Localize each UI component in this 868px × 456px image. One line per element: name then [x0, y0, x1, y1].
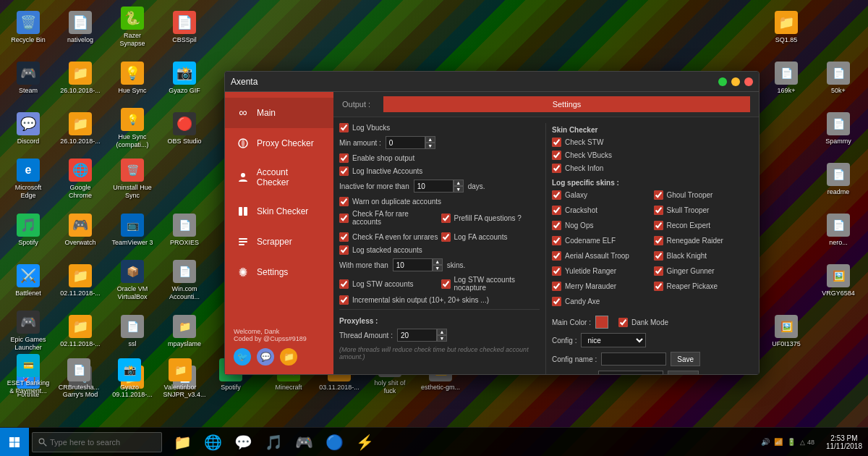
desktop-icon-nero[interactable]: 📄 nero...: [814, 206, 863, 253]
desktop-icon-proxies[interactable]: 📄 PROXIES: [160, 206, 209, 253]
dark-mode-checkbox[interactable]: [618, 318, 628, 327]
taskbar-app-fileexplorer[interactable]: 📁: [168, 428, 197, 457]
skin-galaxy-checkbox[interactable]: [552, 190, 561, 200]
color-swatch[interactable]: [595, 316, 608, 329]
desktop-icon-folder4[interactable]: 📁 02.11.2018-...: [56, 308, 105, 355]
desktop-icon-gyazo2[interactable]: 📸 Gyazo: [105, 351, 154, 398]
log-stw-nocapture-checkbox[interactable]: [441, 279, 451, 289]
desktop-icon-eset[interactable]: 💳 ESET Banking & Payment...: [4, 351, 53, 398]
check-fa-unrare-checkbox[interactable]: [339, 232, 349, 242]
desktop-icon-mpayslame[interactable]: 📁 mpayslame: [160, 308, 209, 355]
desktop-icon-discord[interactable]: 💬 Discord: [4, 105, 53, 152]
taskbar-app-misc1[interactable]: 🔵: [320, 428, 349, 457]
sidebar-item-skin[interactable]: Skin Checker: [225, 196, 333, 227]
skin-ghoul-trooper-checkbox[interactable]: [654, 190, 663, 200]
desktop-icon-uninstall[interactable]: 🗑️ Uninstall Hue Sync: [108, 156, 157, 203]
desktop-icon-epic[interactable]: 🎮 Epic Games Launcher: [4, 308, 53, 355]
sidebar-item-settings[interactable]: Settings: [225, 257, 333, 287]
min-amount-down[interactable]: ▼: [425, 143, 435, 149]
log-vbucks-checkbox[interactable]: [339, 123, 349, 132]
desktop-icon-ufoi[interactable]: 🖼️ UF0I1375: [762, 308, 811, 355]
desktop-icon-teamviewer[interactable]: 📺 TeamViewer 3: [108, 206, 157, 253]
taskbar-app-chrome[interactable]: 🌐: [198, 428, 227, 457]
desktop-icon-obs[interactable]: 🔴 OBS Studio: [160, 105, 209, 152]
skin-skull-trooper-checkbox[interactable]: [654, 206, 663, 215]
start-config-select[interactable]: [598, 371, 663, 374]
taskbar-app-misc2[interactable]: ⚡: [350, 428, 379, 457]
desktop-icon-ssl[interactable]: 📄 ssl: [108, 308, 157, 355]
desktop-icon-wincom[interactable]: 📄 Win.com Accounti...: [160, 257, 209, 304]
log-stw-checkbox[interactable]: [339, 279, 349, 289]
twitter-button[interactable]: 🐦: [234, 348, 251, 366]
check-vbucks-checkbox[interactable]: [552, 151, 561, 160]
taskbar-search-box[interactable]: [32, 432, 162, 452]
desktop-icon-spammy[interactable]: 📄 Spammy: [814, 105, 863, 152]
skin-merry-marauder-checkbox[interactable]: [552, 282, 561, 291]
warn-duplicate-checkbox[interactable]: [339, 197, 349, 206]
log-stacked-checkbox[interactable]: [339, 245, 349, 255]
desktop-icon-razer[interactable]: 🐍 Razer Synapse: [108, 4, 157, 51]
skin-codename-elf-checkbox[interactable]: [552, 236, 561, 245]
min-amount-up[interactable]: ▲: [425, 136, 435, 143]
desktop-icon-huesync[interactable]: 💡 Hue Sync: [108, 54, 157, 101]
check-fa-rare-checkbox[interactable]: [339, 214, 349, 223]
log-fa-checkbox[interactable]: [441, 232, 451, 242]
desktop-icon-nativelog[interactable]: 📄 nativelog: [56, 4, 105, 51]
skin-reaper-pickaxe-checkbox[interactable]: [654, 282, 663, 291]
desktop-icon-spotify[interactable]: 🎵 Spotify: [4, 206, 53, 253]
more-than-down[interactable]: ▼: [433, 265, 443, 271]
skin-nog-ops-checkbox[interactable]: [552, 221, 561, 230]
desktop-icon-chrome[interactable]: 🌐 Google Chrome: [56, 156, 105, 203]
close-button[interactable]: [744, 77, 753, 86]
taskbar-app-steam[interactable]: 🎮: [289, 428, 318, 457]
settings-button[interactable]: Settings: [383, 96, 750, 112]
save-config-button[interactable]: Save: [671, 352, 700, 366]
search-input[interactable]: [50, 438, 156, 447]
desktop-icon-battlenet[interactable]: ⚔️ Battlenet: [4, 257, 53, 304]
desktop-icon-folder2[interactable]: 📁 26.10.2018-...: [56, 105, 105, 152]
inactive-days-up[interactable]: ▲: [454, 180, 464, 186]
skin-renegade-raider-checkbox[interactable]: [654, 236, 663, 245]
config-select[interactable]: nice: [581, 333, 646, 347]
taskbar-app-spotify[interactable]: 🎵: [259, 428, 288, 457]
discord-button[interactable]: 💬: [257, 348, 274, 366]
inactive-days-down[interactable]: ▼: [454, 186, 464, 193]
desktop-icon-sq185[interactable]: 📁 SQ1.85: [762, 4, 811, 51]
skin-candy-axe-checkbox[interactable]: [552, 297, 561, 306]
thread-amount-input[interactable]: [397, 329, 437, 342]
sidebar-item-proxy[interactable]: Proxy Checker: [225, 128, 333, 159]
inactive-days-input[interactable]: [414, 180, 454, 193]
desktop-icon-valentinbor[interactable]: 📁 Valentinbor: [156, 351, 205, 398]
desktop-icon-50k[interactable]: 📄 50k+: [814, 54, 863, 101]
skin-crackshot-checkbox[interactable]: [552, 206, 561, 215]
desktop-icon-steam[interactable]: 🎮 Steam: [4, 54, 53, 101]
desktop-icon-overwatch[interactable]: 🎮 Overwatch: [56, 206, 105, 253]
desktop-icon-gyazo[interactable]: 📸 Gyazo GIF: [160, 54, 209, 101]
folder-button[interactable]: 📁: [280, 348, 297, 366]
min-amount-input[interactable]: [386, 136, 425, 149]
skin-aerial-assault-checkbox[interactable]: [552, 251, 561, 261]
thread-amount-down[interactable]: ▼: [437, 335, 447, 342]
desktop-icon-edge[interactable]: e Microsoft Edge: [4, 156, 53, 203]
sidebar-item-main[interactable]: ∞ Main: [225, 98, 333, 128]
sidebar-item-account[interactable]: Account Checker: [225, 159, 333, 196]
skin-ginger-gunner-checkbox[interactable]: [654, 266, 663, 276]
check-stw-checkbox[interactable]: [552, 138, 561, 147]
prefill-fa-checkbox[interactable]: [441, 214, 451, 223]
desktop-icon-huesync2[interactable]: 💡 Hue Sync (compati...): [108, 105, 157, 152]
enable-shop-checkbox[interactable]: [339, 153, 349, 163]
desktop-icon-crbrute[interactable]: 📄 CRBrutesha...: [54, 351, 103, 398]
skin-recon-expert-checkbox[interactable]: [654, 221, 663, 230]
config-name-input[interactable]: [601, 352, 666, 366]
desktop-icon-readme[interactable]: 📄 readme: [814, 156, 863, 203]
minimize-button[interactable]: [731, 77, 740, 86]
more-than-up[interactable]: ▲: [433, 258, 443, 265]
thread-amount-up[interactable]: ▲: [437, 329, 447, 335]
log-inactive-checkbox[interactable]: [339, 166, 349, 176]
skin-yuletide-checkbox[interactable]: [552, 266, 561, 276]
start-button[interactable]: [0, 428, 29, 457]
system-clock[interactable]: 2:53 PM 11/11/2018: [820, 434, 868, 450]
maximize-button[interactable]: [718, 77, 727, 86]
incremental-checkbox[interactable]: [339, 295, 349, 305]
sidebar-item-scrapper[interactable]: Scrapper: [225, 227, 333, 257]
